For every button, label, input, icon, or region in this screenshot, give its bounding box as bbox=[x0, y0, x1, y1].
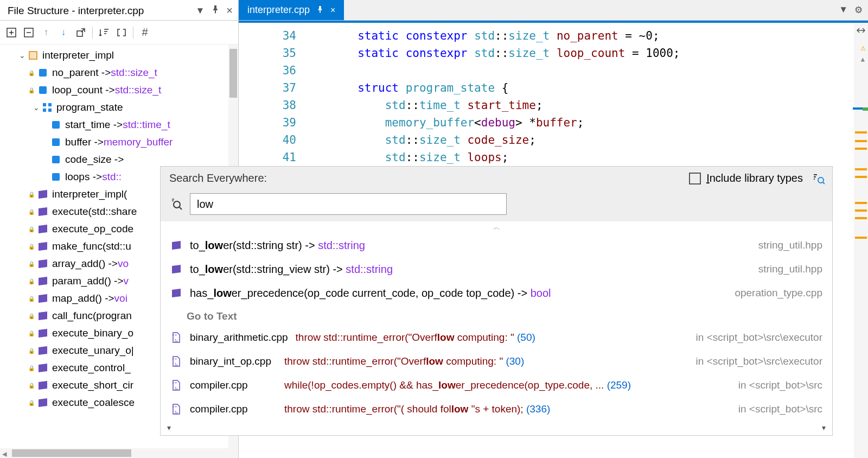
gear-icon[interactable]: ⚙ bbox=[854, 4, 863, 16]
expand-down-icon[interactable]: ▾ bbox=[822, 423, 826, 432]
result-file: operation_type.cpp bbox=[735, 287, 822, 299]
file-icon: ++ bbox=[170, 403, 182, 415]
lock-icon: 🔒 bbox=[28, 261, 35, 267]
lock-icon: 🔒 bbox=[28, 209, 35, 215]
class-icon bbox=[27, 49, 39, 61]
method-icon bbox=[37, 327, 49, 339]
pin-icon[interactable] bbox=[211, 5, 220, 16]
lock-icon: 🔒 bbox=[28, 348, 35, 354]
method-icon bbox=[170, 287, 182, 299]
svg-rect-6 bbox=[48, 109, 52, 112]
field-icon bbox=[50, 136, 62, 148]
svg-text:++: ++ bbox=[172, 333, 177, 338]
svg-rect-4 bbox=[48, 103, 52, 106]
svg-text:++: ++ bbox=[172, 357, 177, 361]
tree-field[interactable]: code_size -> bbox=[4, 151, 238, 168]
method-icon bbox=[37, 345, 49, 357]
tree-field[interactable]: 🔒 loop_count -> std::size_t bbox=[4, 81, 238, 99]
dropdown-icon[interactable]: ▼ bbox=[839, 4, 848, 16]
tree-field[interactable]: buffer -> memory_buffer bbox=[4, 133, 238, 151]
search-input[interactable] bbox=[190, 193, 507, 215]
file-structure-header: File Structure - interpreter.cpp ▼ × bbox=[0, 0, 238, 21]
file-icon: ++ bbox=[170, 379, 182, 391]
expand-all-icon[interactable] bbox=[5, 27, 17, 39]
group-icon[interactable] bbox=[116, 27, 127, 39]
expand-up-icon[interactable]: ︿ bbox=[161, 221, 832, 233]
lock-icon: 🔒 bbox=[28, 313, 35, 319]
scroll-up-icon[interactable]: ▲ bbox=[861, 55, 865, 63]
field-icon bbox=[37, 84, 49, 96]
marker-bar[interactable]: ⚠ ▲ bbox=[854, 23, 868, 458]
text-result[interactable]: ++ compiler.cpp while(!op_codes.empty() … bbox=[161, 373, 832, 397]
method-icon bbox=[37, 223, 49, 235]
svg-text:++: ++ bbox=[172, 380, 177, 385]
include-library-checkbox[interactable]: Include library types bbox=[689, 172, 803, 185]
lock-icon: 🔒 bbox=[28, 244, 35, 250]
lock-icon: 🔒 bbox=[28, 192, 35, 198]
tab-interpreter[interactable]: interpreter.cpp × bbox=[239, 0, 344, 20]
method-icon bbox=[170, 263, 182, 275]
chevron-down-icon[interactable]: ⌄ bbox=[31, 103, 41, 112]
pin-icon[interactable] bbox=[316, 4, 324, 16]
method-icon bbox=[170, 239, 182, 251]
lock-icon: 🔒 bbox=[28, 383, 35, 389]
lock-icon: 🔒 bbox=[28, 70, 35, 76]
search-everywhere-popup: Search Everywhere: Include library types… bbox=[161, 167, 832, 435]
search-result[interactable]: to_lower(std::string_view str) -> std::s… bbox=[161, 257, 832, 281]
search-title: Search Everywhere: bbox=[169, 172, 267, 185]
horizontal-scrollbar[interactable]: ◂ bbox=[0, 448, 238, 458]
field-icon bbox=[37, 67, 49, 79]
nav-down-icon[interactable]: ↓ bbox=[58, 27, 69, 39]
method-icon bbox=[37, 310, 49, 322]
tree-struct[interactable]: ⌄ program_state bbox=[4, 99, 238, 116]
hash-icon[interactable]: # bbox=[139, 27, 151, 39]
lock-icon: 🔒 bbox=[28, 330, 35, 336]
split-icon[interactable] bbox=[856, 25, 866, 35]
field-icon bbox=[50, 154, 62, 166]
search-result[interactable]: to_lower(std::string str) -> std::string… bbox=[161, 233, 832, 257]
method-icon bbox=[37, 292, 49, 304]
search-result[interactable]: has_lower_precedence(op_code current_cod… bbox=[161, 281, 832, 305]
editor-tab-bar: interpreter.cpp × ▼ ⚙ bbox=[239, 0, 868, 21]
svg-text:++: ++ bbox=[172, 404, 177, 409]
method-icon bbox=[37, 188, 49, 200]
lock-icon: 🔒 bbox=[28, 278, 35, 284]
tree-field[interactable]: start_time -> std::time_t bbox=[4, 116, 238, 133]
close-icon[interactable]: × bbox=[226, 4, 233, 17]
warning-icon[interactable]: ⚠ bbox=[860, 42, 866, 53]
lock-icon: 🔒 bbox=[28, 87, 35, 93]
tab-label: interpreter.cpp bbox=[247, 4, 310, 16]
search-input-row bbox=[161, 190, 832, 221]
collapse-all-icon[interactable] bbox=[23, 27, 35, 39]
lock-icon: 🔒 bbox=[28, 400, 35, 406]
checkbox-icon[interactable] bbox=[689, 173, 701, 185]
method-icon bbox=[37, 258, 49, 270]
tree-root[interactable]: ⌄ interpreter_impl bbox=[4, 47, 238, 64]
file-icon: ++ bbox=[170, 355, 182, 367]
lock-icon: 🔒 bbox=[28, 365, 35, 371]
text-result[interactable]: ++ binary_int_op.cpp throw std::runtime_… bbox=[161, 349, 832, 373]
filter-icon[interactable] bbox=[813, 173, 824, 184]
struct-icon bbox=[41, 101, 53, 113]
file-structure-toolbar: ↑ ↓ # bbox=[0, 21, 238, 44]
svg-rect-5 bbox=[43, 109, 46, 112]
file-icon: ++ bbox=[170, 332, 182, 344]
search-icon bbox=[169, 197, 183, 211]
svg-point-7 bbox=[818, 177, 824, 183]
close-icon[interactable]: × bbox=[330, 5, 335, 15]
method-icon bbox=[37, 275, 49, 287]
method-icon bbox=[37, 379, 49, 391]
export-icon[interactable] bbox=[75, 27, 87, 39]
lock-icon: 🔒 bbox=[28, 296, 35, 302]
method-icon bbox=[37, 362, 49, 374]
dropdown-icon[interactable]: ▼ bbox=[195, 5, 205, 16]
text-result[interactable]: ++ binary_arithmetic.cpp throw std::runt… bbox=[161, 326, 832, 349]
text-result[interactable]: ++ compiler.cpp throw std::runtime_error… bbox=[161, 397, 832, 421]
method-icon bbox=[37, 240, 49, 252]
chevron-down-icon[interactable]: ⌄ bbox=[17, 51, 27, 60]
sort-icon[interactable] bbox=[98, 27, 110, 39]
svg-point-8 bbox=[174, 201, 180, 208]
expand-down-icon[interactable]: ▾ bbox=[167, 423, 171, 432]
nav-up-icon[interactable]: ↑ bbox=[40, 27, 52, 39]
tree-field[interactable]: 🔒 no_parent -> std::size_t bbox=[4, 64, 238, 81]
